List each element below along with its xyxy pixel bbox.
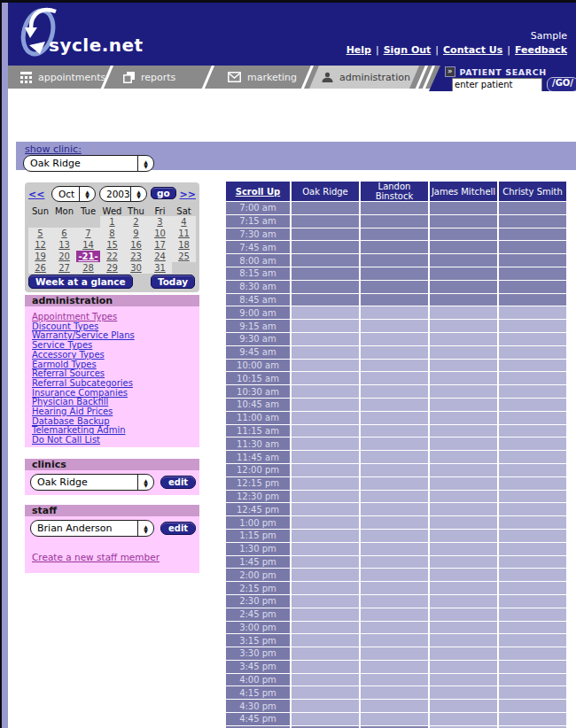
schedule-slot-closed[interactable] [292, 254, 359, 267]
schedule-slot-open[interactable] [292, 333, 359, 345]
schedule-slot-open[interactable] [430, 333, 497, 345]
staff-select[interactable]: Brian Anderson▲▼ [30, 520, 154, 537]
schedule-slot-open[interactable] [292, 608, 359, 621]
calendar-day-link[interactable]: -21- [78, 252, 97, 261]
schedule-slot-open[interactable] [292, 372, 359, 384]
schedule-slot-open[interactable] [430, 320, 497, 332]
schedule-slot-open[interactable] [430, 451, 497, 463]
calendar-day-link[interactable]: 9 [133, 228, 138, 238]
calendar-day-link[interactable]: 26 [35, 263, 46, 273]
schedule-slot-open[interactable] [499, 399, 566, 411]
schedule-slot-open[interactable] [361, 491, 428, 503]
schedule-slot-open[interactable] [430, 686, 497, 699]
calendar-day[interactable]: 29 [100, 262, 124, 274]
schedule-slot-open[interactable] [499, 464, 566, 476]
schedule-slot-open[interactable] [499, 320, 566, 332]
schedule-slot-closed[interactable] [499, 281, 566, 293]
schedule-slot-open[interactable] [499, 306, 566, 319]
calendar-prev-month-link[interactable]: << [28, 189, 44, 200]
schedule-slot-open[interactable] [499, 425, 566, 438]
schedule-slot-closed[interactable] [430, 228, 497, 241]
schedule-slot-closed[interactable] [292, 281, 359, 293]
schedule-slot-open[interactable] [361, 360, 428, 372]
patient-search-input[interactable] [452, 78, 542, 92]
scroll-up-link[interactable]: Scroll Up [236, 187, 281, 197]
schedule-slot-open[interactable] [292, 647, 359, 660]
schedule-slot-open[interactable] [361, 556, 428, 569]
schedule-slot-open[interactable] [430, 530, 497, 542]
edit-staff-button[interactable]: edit [160, 522, 196, 535]
calendar-day-link[interactable]: 10 [154, 228, 166, 238]
schedule-slot-open[interactable] [430, 582, 497, 594]
schedule-slot-open[interactable] [430, 556, 497, 569]
schedule-slot-open[interactable] [292, 556, 359, 569]
schedule-slot-open[interactable] [361, 661, 428, 673]
schedule-slot-open[interactable] [430, 674, 497, 686]
schedule-slot-open[interactable] [361, 412, 428, 424]
schedule-slot-open[interactable] [292, 503, 359, 515]
calendar-day-link[interactable]: 3 [157, 217, 162, 227]
schedule-slot-open[interactable] [499, 622, 566, 634]
tab-administration[interactable]: administration [322, 66, 410, 89]
calendar-day[interactable]: 25 [172, 251, 196, 262]
schedule-slot-closed[interactable] [499, 254, 566, 267]
schedule-slot-open[interactable] [292, 713, 359, 725]
schedule-slot-open[interactable] [499, 674, 566, 686]
schedule-slot-open[interactable] [499, 438, 566, 450]
schedule-slot-open[interactable] [361, 543, 428, 555]
schedule-slot-open[interactable] [292, 569, 359, 581]
schedule-slot-closed[interactable] [292, 294, 359, 306]
calendar-day[interactable]: 24 [148, 251, 172, 262]
calendar-day-link[interactable]: 27 [58, 263, 70, 273]
schedule-slot-closed[interactable] [292, 267, 359, 280]
schedule-slot-open[interactable] [361, 503, 428, 515]
schedule-slot-open[interactable] [499, 634, 566, 647]
show-clinic-link[interactable]: show clinic: [25, 143, 82, 155]
calendar-day[interactable]: 13 [52, 239, 76, 251]
help-link[interactable]: Help [346, 44, 371, 56]
schedule-slot-closed[interactable] [499, 267, 566, 280]
schedule-slot-closed[interactable] [292, 228, 359, 241]
calendar-go-button[interactable]: go [151, 187, 176, 199]
schedule-slot-open[interactable] [292, 582, 359, 594]
schedule-slot-open[interactable] [292, 346, 359, 359]
calendar-day-link[interactable]: 4 [181, 217, 186, 227]
calendar-day[interactable]: 28 [76, 262, 100, 274]
schedule-slot-open[interactable] [430, 543, 497, 555]
schedule-slot-closed[interactable] [361, 294, 428, 306]
calendar-day[interactable]: 17 [148, 239, 172, 251]
calendar-day-link[interactable]: 29 [106, 263, 118, 273]
schedule-slot-open[interactable] [430, 647, 497, 660]
schedule-slot-closed[interactable] [361, 228, 428, 241]
schedule-slot-open[interactable] [361, 608, 428, 621]
schedule-slot-open[interactable] [499, 412, 566, 424]
schedule-slot-open[interactable] [292, 399, 359, 411]
calendar-day[interactable]: 30 [124, 262, 148, 274]
schedule-slot-open[interactable] [499, 543, 566, 555]
schedule-slot-open[interactable] [499, 451, 566, 463]
calendar-day[interactable]: 26 [28, 262, 52, 274]
schedule-slot-closed[interactable] [292, 202, 359, 214]
schedule-slot-open[interactable] [361, 634, 428, 647]
schedule-slot-open[interactable] [292, 661, 359, 673]
tab-marketing[interactable]: marketing [228, 66, 297, 89]
calendar-next-month-link[interactable]: >> [180, 189, 196, 200]
calendar-month-select[interactable]: Oct▲▼ [51, 186, 96, 202]
schedule-slot-open[interactable] [292, 543, 359, 555]
schedule-slot-open[interactable] [430, 438, 497, 450]
schedule-slot-open[interactable] [361, 346, 428, 359]
schedule-slot-open[interactable] [430, 634, 497, 647]
schedule-slot-open[interactable] [499, 661, 566, 673]
schedule-slot-open[interactable] [361, 595, 428, 608]
schedule-slot-open[interactable] [292, 360, 359, 372]
tab-appointments[interactable]: appointments [20, 66, 105, 89]
calendar-day-link[interactable]: 6 [61, 228, 66, 238]
schedule-slot-open[interactable] [292, 320, 359, 332]
schedule-slot-open[interactable] [361, 530, 428, 542]
calendar-day[interactable]: 4 [172, 216, 196, 228]
calendar-day[interactable]: 6 [52, 228, 76, 239]
tab-reports[interactable]: reports [123, 66, 175, 89]
chevron-right-icon[interactable]: » [445, 66, 455, 77]
schedule-slot-open[interactable] [292, 622, 359, 634]
calendar-day-link[interactable]: 5 [37, 228, 43, 238]
